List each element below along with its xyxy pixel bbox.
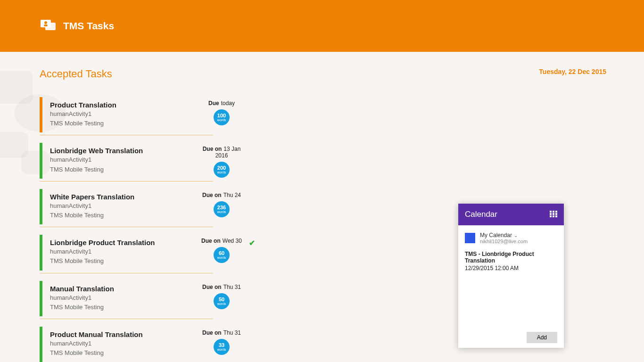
task-title: Lionbridge Web Translation [50,147,205,155]
task-word-count: 33 [219,343,224,348]
svg-rect-10 [550,215,552,217]
task-due-label: Due on [202,284,222,290]
task-card[interactable]: Product TranslationhumanActivity1TMS Mob… [40,97,209,132]
task-due-block: Due onWed 3060words [198,238,245,263]
task-activity: humanActivity1 [50,339,205,348]
calendar-event-title: TMS - Lionbridge Product Translation [465,251,557,264]
section-title: Accepted Tasks [40,68,606,80]
task-word-badge: 100words [214,109,230,125]
task-word-unit: words [217,210,226,214]
calendar-grid-icon[interactable] [550,211,557,219]
task-word-unit: words [217,256,226,259]
calendar-event-time: 12/29/2015 12:00 AM [465,265,557,272]
task-project: TMS Mobile Testing [50,257,205,265]
task-word-count: 236 [217,205,226,210]
task-activity: humanActivity1 [50,247,205,256]
task-due-label: Due on [203,146,222,152]
task-word-count: 60 [219,251,224,256]
svg-point-2 [44,21,47,24]
app-header: TMS Tasks [0,0,644,52]
task-activity: humanActivity1 [50,202,205,210]
task-due-date: today [221,100,235,107]
task-due-label: Due on [202,192,222,198]
svg-rect-8 [553,213,554,215]
task-word-count: 200 [217,165,226,171]
svg-rect-6 [555,211,557,213]
svg-rect-1 [45,23,56,30]
task-project: TMS Mobile Testing [50,303,205,312]
task-title: White Papers Translation [50,193,205,201]
calendar-account-row[interactable]: My Calendar⌄ nikhil1029@live.com [465,232,557,244]
task-word-count: 50 [219,297,224,302]
svg-rect-11 [553,215,554,217]
svg-rect-12 [555,215,557,217]
task-due-block: Due onThu 3150words [198,284,245,309]
task-due-block: Due onThu 3133words [198,329,245,355]
task-title: Product Translation [50,101,205,109]
task-due-block: Due onThu 24236words [198,192,245,217]
task-due-label: Due on [201,238,221,244]
task-card[interactable]: Product Manual TranslationhumanActivity1… [40,327,209,362]
task-word-badge: 60words [214,247,230,263]
task-word-badge: 33words [214,339,230,355]
task-due-date: Thu 31 [223,329,241,336]
app-logo-block: TMS Tasks [40,17,114,35]
calendar-color-swatch [465,233,475,243]
task-due-date: Thu 31 [223,284,241,290]
calendar-popup: Calendar My Calendar⌄ nikhil1029@live.co… [458,204,564,348]
task-project: TMS Mobile Testing [50,119,205,128]
task-due-block: Duetoday100words [198,100,245,125]
task-due-date: Thu 24 [223,192,241,198]
task-title: Product Manual Translation [50,330,205,338]
chevron-down-icon: ⌄ [514,233,518,238]
task-due-date: Wed 30 [223,238,242,244]
task-card[interactable]: Lionbridge Web TranslationhumanActivity1… [40,143,209,178]
task-card[interactable]: White Papers TranslationhumanActivity1TM… [40,189,209,224]
current-date: Tuesday, 22 Dec 2015 [539,68,606,75]
calendar-account-name: My Calendar⌄ [480,232,528,239]
calendar-add-button[interactable]: Add [527,332,557,343]
svg-rect-9 [555,213,557,215]
task-due-label: Due on [202,329,222,336]
task-card[interactable]: Manual TranslationhumanActivity1TMS Mobi… [40,281,209,316]
task-list: Product TranslationhumanActivity1TMS Mob… [40,97,209,362]
calendar-header: Calendar [458,204,564,225]
task-card[interactable]: Lionbridge Product TranslationhumanActiv… [40,235,209,270]
task-project: TMS Mobile Testing [50,211,205,220]
task-word-badge: 50words [214,293,230,309]
check-icon: ✔ [249,239,255,247]
task-word-unit: words [217,302,226,305]
task-activity: humanActivity1 [50,110,205,118]
svg-rect-7 [550,213,552,215]
task-word-unit: words [217,171,226,174]
svg-rect-4 [550,211,552,213]
task-word-unit: words [217,118,226,122]
task-activity: humanActivity1 [50,294,205,302]
task-word-count: 100 [217,113,226,118]
task-word-badge: 236words [214,201,230,217]
svg-rect-3 [44,25,48,26]
calendar-title: Calendar [465,210,497,219]
svg-rect-5 [553,211,554,213]
task-due-block: Due on13 Jan 2016200words [198,146,245,178]
task-title: Lionbridge Product Translation [50,239,205,247]
task-word-unit: words [217,348,226,351]
task-project: TMS Mobile Testing [50,349,205,357]
app-title: TMS Tasks [63,20,114,32]
app-logo-icon [40,17,58,35]
task-due-label: Due [208,100,219,107]
calendar-account-email: nikhil1029@live.com [480,239,528,244]
task-title: Manual Translation [50,285,205,293]
task-activity: humanActivity1 [50,156,205,164]
task-project: TMS Mobile Testing [50,165,205,174]
task-word-badge: 200words [214,162,230,178]
